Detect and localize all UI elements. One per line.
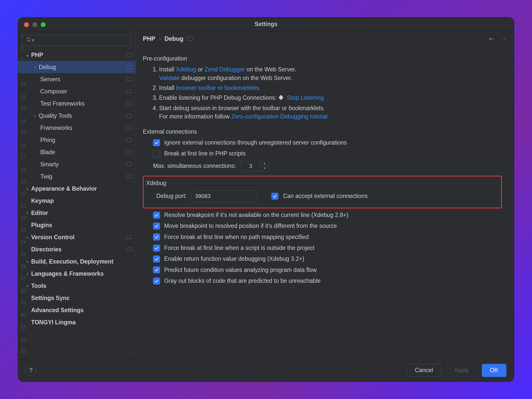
section-preconfiguration: Pre-configuration <box>143 54 502 63</box>
settings-search-input[interactable]: ▾ <box>23 35 131 46</box>
minimize-window-button[interactable] <box>32 22 37 27</box>
apply-button: Apply <box>446 364 477 377</box>
tree-node-test-frameworks[interactable]: Test Frameworks <box>18 97 136 110</box>
tree-node-version-control[interactable]: ›Version Control <box>18 231 136 243</box>
preconfig-step-2: Install browser toolbar or bookmarklets. <box>159 84 502 92</box>
browser-toolbar-link[interactable]: browser toolbar or bookmarklets. <box>176 85 261 91</box>
tree-node-appearance[interactable]: ›Appearance & Behavior <box>18 183 136 195</box>
breadcrumb-leaf: Debug <box>164 35 183 42</box>
gray-out-checkbox[interactable] <box>153 277 160 285</box>
tree-node-languages[interactable]: ›Languages & Frameworks <box>18 268 136 280</box>
force-no-path-label: Force break at first line when no path m… <box>164 233 309 241</box>
tree-node-servers[interactable]: Servers <box>18 73 136 85</box>
tree-node-editor[interactable]: ›Editor <box>18 207 136 219</box>
force-no-path-checkbox[interactable] <box>153 233 160 241</box>
breadcrumb: PHP › Debug ← → <box>136 31 514 46</box>
separator-icon <box>126 163 132 166</box>
stop-listening-link[interactable]: Stop Listening <box>287 94 324 101</box>
separator-icon <box>126 175 132 178</box>
titlebar: Settings <box>18 17 514 31</box>
tree-node-keymap[interactable]: Keymap <box>18 195 136 207</box>
ignore-external-label: Ignore external connections through unre… <box>164 138 347 147</box>
return-value-checkbox[interactable] <box>153 255 160 263</box>
accept-external-checkbox[interactable] <box>271 193 278 200</box>
preconfig-step-1: Install Xdebug or Zend Debugger on the W… <box>159 65 502 82</box>
tree-node-twig[interactable]: Twig <box>18 170 136 183</box>
section-xdebug: Xdebug <box>146 179 498 187</box>
search-options-caret-icon: ▾ <box>32 37 34 43</box>
settings-tree: ⌄PHP ›Debug Servers Composer Test Framew… <box>18 49 136 359</box>
zend-debugger-link[interactable]: Zend Debugger <box>204 66 245 73</box>
nav-back-button[interactable]: ← <box>488 35 495 43</box>
separator-icon <box>126 150 132 154</box>
chevron-right-icon: › <box>159 35 161 42</box>
preconfig-step-4: Start debug session in browser with the … <box>159 104 502 121</box>
preconfig-step-3: Enable listening for PHP Debug Connectio… <box>159 94 502 103</box>
force-outside-label: Force break at first line when a script … <box>164 244 314 252</box>
dialog-title: Settings <box>255 21 278 28</box>
tree-node-advanced[interactable]: Advanced Settings <box>18 304 136 316</box>
separator-icon <box>126 77 132 81</box>
max-connections-stepper[interactable]: ▲▼ <box>261 161 269 171</box>
tree-node-directories[interactable]: Directories <box>18 243 136 255</box>
tree-node-quality-tools[interactable]: ›Quality Tools <box>18 110 136 122</box>
tree-node-build[interactable]: ›Build, Execution, Deployment <box>18 255 136 268</box>
validate-link[interactable]: Validate <box>159 75 180 81</box>
cancel-button[interactable]: Cancel <box>407 364 442 377</box>
resolve-bp-label: Resolve breakpoint if it's not available… <box>164 211 348 219</box>
zero-config-tutorial-link[interactable]: Zero-configuration Debugging tutorial <box>231 113 328 120</box>
separator-icon <box>126 102 132 105</box>
settings-dialog: 7891011121314151617181920212223242526272… <box>18 17 514 382</box>
separator-icon <box>126 53 132 57</box>
separator-icon <box>126 235 132 239</box>
tree-node-debug[interactable]: ›Debug <box>18 61 136 73</box>
tree-node-php[interactable]: ⌄PHP <box>18 49 136 61</box>
separator-icon <box>126 114 132 117</box>
break-first-line-label: Break at first line in PHP scripts <box>164 149 246 158</box>
separator-icon <box>126 90 132 93</box>
force-outside-checkbox[interactable] <box>153 245 160 252</box>
separator-icon <box>126 65 132 69</box>
separator-icon <box>126 138 132 142</box>
nav-forward-button: → <box>500 35 507 43</box>
break-first-line-checkbox[interactable] <box>153 150 160 157</box>
ignore-external-checkbox[interactable] <box>153 139 160 146</box>
predict-condition-checkbox[interactable] <box>153 266 160 273</box>
separator-icon <box>126 248 132 251</box>
move-bp-checkbox[interactable] <box>153 223 160 230</box>
max-connections-label: Max. simultaneous connections: <box>153 162 236 170</box>
separator-icon <box>187 37 193 41</box>
tree-node-tools[interactable]: ›Tools <box>18 280 136 292</box>
help-button[interactable]: ? <box>26 365 36 376</box>
predict-condition-label: Predict future condition values analyzin… <box>164 266 317 274</box>
gray-out-label: Gray out blocks of code that are predict… <box>164 277 321 285</box>
dialog-footer: ? Cancel Apply OK <box>18 359 514 382</box>
xdebug-link[interactable]: Xdebug <box>176 66 196 73</box>
tree-node-blade[interactable]: Blade <box>18 146 136 158</box>
window-controls <box>24 22 46 27</box>
tree-node-frameworks[interactable]: Frameworks <box>18 122 136 134</box>
separator-icon <box>126 126 132 130</box>
settings-content: PHP › Debug ← → Pre-configuration Instal… <box>136 31 514 359</box>
close-window-button[interactable] <box>24 22 29 27</box>
max-connections-input[interactable] <box>240 161 261 171</box>
tree-node-smarty[interactable]: Smarty <box>18 158 136 170</box>
bug-icon <box>278 94 284 103</box>
section-external-connections: External connections <box>143 128 502 136</box>
move-bp-label: Move breakpoint to resolved position if … <box>164 222 337 230</box>
accept-external-label: Can accept external connections <box>283 192 368 200</box>
xdebug-highlight-box: Xdebug Debug port: Can accept external c… <box>143 176 502 208</box>
resolve-bp-checkbox[interactable] <box>153 212 160 219</box>
ok-button[interactable]: OK <box>482 364 506 377</box>
tree-node-settings-sync[interactable]: Settings Sync <box>18 292 136 304</box>
maximize-window-button[interactable] <box>41 22 46 27</box>
tree-node-composer[interactable]: Composer <box>18 85 136 97</box>
debug-port-input[interactable] <box>191 190 257 202</box>
tree-node-tongyi[interactable]: TONGYI Lingma <box>18 316 136 328</box>
debug-port-label: Debug port: <box>156 192 187 200</box>
search-icon <box>26 37 31 44</box>
return-value-label: Enable return function value debugging (… <box>164 255 304 263</box>
settings-sidebar: ▾ ⌄PHP ›Debug Servers Composer Test Fram… <box>18 31 136 359</box>
tree-node-plugins[interactable]: Plugins <box>18 219 136 231</box>
tree-node-phing[interactable]: Phing <box>18 134 136 146</box>
